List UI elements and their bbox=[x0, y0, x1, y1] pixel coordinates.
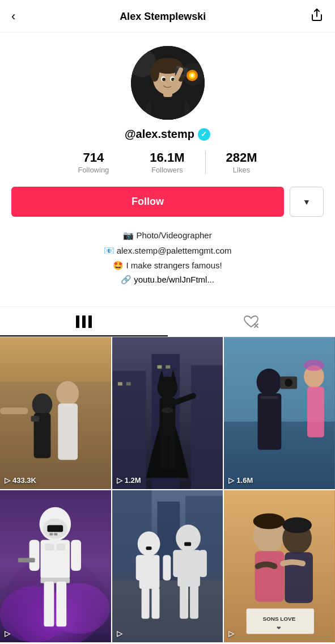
video-overlay-4: ▷ bbox=[5, 629, 12, 638]
stat-followers[interactable]: 16.1M Followers bbox=[129, 151, 205, 174]
svg-rect-56 bbox=[261, 396, 279, 399]
svg-point-102 bbox=[253, 513, 285, 529]
video-thumb-6[interactable]: SONS LOVE ❤ ▷ bbox=[224, 490, 335, 642]
svg-rect-73 bbox=[56, 544, 65, 550]
svg-rect-95 bbox=[199, 550, 207, 577]
view-count-2: 1.2M bbox=[125, 476, 141, 485]
link-text: youtu.be/wnlJnFtml... bbox=[134, 275, 214, 284]
video-overlay-1: ▷ 433.3K bbox=[5, 476, 36, 485]
svg-rect-55 bbox=[258, 393, 282, 449]
play-icon-4: ▷ bbox=[5, 629, 10, 638]
svg-rect-105 bbox=[255, 551, 285, 601]
svg-rect-70 bbox=[54, 533, 57, 535]
play-icon-3: ▷ bbox=[228, 476, 234, 485]
tab-liked[interactable] bbox=[168, 307, 336, 336]
svg-rect-40 bbox=[118, 382, 122, 385]
svg-rect-72 bbox=[45, 544, 54, 550]
svg-rect-43 bbox=[166, 365, 170, 368]
avatar bbox=[131, 46, 205, 120]
svg-rect-33 bbox=[58, 403, 78, 460]
svg-point-32 bbox=[56, 381, 79, 406]
video-grid: ▷ 433.3K bbox=[0, 337, 335, 642]
svg-rect-91 bbox=[146, 546, 151, 550]
svg-point-15 bbox=[164, 78, 165, 79]
svg-text:❤: ❤ bbox=[277, 625, 282, 631]
bio-link[interactable]: 🔗 youtu.be/wnlJnFtml... bbox=[17, 275, 318, 285]
svg-point-9 bbox=[150, 65, 159, 82]
svg-rect-79 bbox=[18, 558, 35, 562]
profile-section: @alex.stemp 714 Following 16.1M Follower… bbox=[0, 32, 335, 296]
svg-rect-90 bbox=[151, 588, 159, 619]
svg-rect-41 bbox=[126, 382, 130, 385]
bio-line-2: 📧 alex.stemp@palettemgmt.com bbox=[17, 245, 318, 258]
followers-value: 16.1M bbox=[150, 151, 184, 165]
liked-icon bbox=[243, 315, 259, 329]
svg-rect-25 bbox=[82, 315, 86, 328]
video-overlay-3: ▷ 1.6M bbox=[228, 476, 253, 485]
video-thumb-2[interactable]: ▷ 1.2M bbox=[112, 337, 223, 489]
svg-point-92 bbox=[176, 524, 201, 552]
svg-point-16 bbox=[173, 78, 174, 79]
follow-button[interactable]: Follow bbox=[11, 187, 284, 217]
svg-rect-37 bbox=[112, 371, 146, 489]
tab-videos[interactable] bbox=[0, 307, 168, 336]
svg-point-30 bbox=[32, 393, 53, 416]
svg-rect-50 bbox=[160, 436, 167, 470]
view-count: 433.3K bbox=[12, 476, 36, 485]
svg-rect-34 bbox=[31, 416, 40, 422]
svg-rect-97 bbox=[190, 585, 198, 619]
followers-label: Followers bbox=[151, 166, 183, 174]
svg-point-104 bbox=[283, 517, 312, 533]
video-overlay-6: ▷ bbox=[228, 629, 236, 638]
svg-rect-93 bbox=[177, 550, 200, 587]
svg-rect-69 bbox=[49, 533, 53, 535]
back-button[interactable]: ‹ bbox=[11, 9, 15, 24]
svg-rect-24 bbox=[76, 315, 79, 328]
svg-text:SONS LOVE: SONS LOVE bbox=[263, 616, 296, 622]
svg-rect-81 bbox=[112, 575, 223, 642]
svg-rect-77 bbox=[29, 540, 40, 571]
svg-rect-39 bbox=[191, 365, 223, 489]
view-count-3: 1.6M bbox=[236, 476, 253, 485]
svg-rect-94 bbox=[173, 550, 181, 577]
svg-rect-76 bbox=[56, 582, 66, 626]
bio-line-3: 🤩 I make strangers famous! bbox=[17, 259, 318, 272]
video-thumb-5[interactable]: ▷ bbox=[112, 490, 223, 642]
header: ‹ Alex Stemplewski bbox=[0, 0, 335, 32]
svg-point-85 bbox=[137, 531, 160, 556]
svg-rect-96 bbox=[180, 585, 188, 619]
svg-rect-29 bbox=[0, 382, 111, 489]
stat-following[interactable]: 714 Following bbox=[57, 151, 129, 174]
svg-rect-89 bbox=[141, 588, 149, 619]
page-title: Alex Stemplewski bbox=[120, 11, 206, 23]
play-icon-5: ▷ bbox=[117, 629, 122, 638]
bio-section: 📷 Photo/Videographer 📧 alex.stemp@palett… bbox=[11, 229, 324, 287]
video-thumb-1[interactable]: ▷ 433.3K bbox=[0, 337, 111, 489]
likes-value: 282M bbox=[226, 151, 257, 165]
dropdown-button[interactable]: ▼ bbox=[290, 187, 324, 217]
username-row: @alex.stemp bbox=[125, 128, 210, 141]
grid-icon bbox=[76, 315, 92, 328]
stats-row: 714 Following 16.1M Followers 282M Likes bbox=[11, 151, 324, 174]
svg-rect-78 bbox=[71, 540, 81, 571]
svg-point-58 bbox=[285, 378, 293, 386]
likes-label: Likes bbox=[233, 166, 250, 174]
svg-rect-88 bbox=[163, 555, 171, 580]
stat-likes[interactable]: 282M Likes bbox=[205, 151, 278, 174]
verified-badge bbox=[198, 128, 210, 141]
following-value: 714 bbox=[83, 151, 104, 165]
share-button[interactable] bbox=[310, 8, 324, 25]
video-thumb-4[interactable]: ▷ bbox=[0, 490, 111, 642]
svg-rect-5 bbox=[151, 94, 185, 120]
username: @alex.stemp bbox=[125, 128, 194, 141]
svg-rect-75 bbox=[44, 582, 54, 626]
bio-line-1: 📷 Photo/Videographer bbox=[17, 229, 318, 242]
video-thumb-3[interactable]: ▷ 1.6M bbox=[224, 337, 335, 489]
play-icon-6: ▷ bbox=[228, 629, 234, 638]
svg-point-54 bbox=[257, 368, 282, 395]
play-icon: ▷ bbox=[5, 476, 10, 485]
svg-point-48 bbox=[162, 407, 173, 413]
action-row: Follow ▼ bbox=[11, 187, 324, 217]
video-overlay-5: ▷ bbox=[117, 629, 125, 638]
link-icon: 🔗 bbox=[121, 275, 132, 284]
